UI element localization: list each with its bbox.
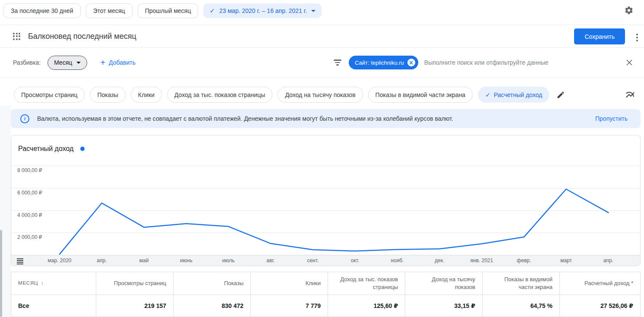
metric-tab-label: Расчетный доход [494, 91, 542, 98]
table-header-cell[interactable]: Доход на тысячу показов [405, 272, 483, 295]
x-axis-tick-label: нояб. [391, 255, 404, 266]
column-header-label: Просмотры страниц [114, 279, 166, 287]
plus-icon: + [100, 58, 105, 67]
sort-ascending-icon: ↑ [41, 279, 44, 287]
report-title-bar: Балконовед последний месяц Сохранить [0, 25, 644, 48]
custom-date-range-button[interactable]: ✓ 23 мар. 2020 г. – 16 апр. 2021 г. [203, 3, 322, 18]
search-input[interactable] [423, 59, 611, 66]
site-filter-chip[interactable]: Сайт: teplichniku.ru [349, 56, 418, 69]
table-cell: 7 779 [251, 295, 328, 316]
banner-text: Валюта, используемая в этом отчете, не с… [37, 115, 587, 122]
table-body: Все219 157830 4727 779125,60 ₽33,15 ₽64,… [11, 295, 641, 316]
x-axis-strip: мар. 2020апр.майиюньиюльавг.сент.окт.ноя… [11, 255, 640, 266]
y-axis-tick-label: 2 000,00 ₽ [17, 234, 42, 240]
table-header-cell[interactable]: Расчетный доход * [560, 272, 641, 295]
range-button-last-month[interactable]: Прошлый месяц [138, 3, 199, 18]
x-axis-tick-label: февр. [517, 255, 531, 266]
column-header-label: Клики [306, 279, 321, 287]
metric-tab[interactable]: Показы в видимой части экрана [368, 87, 473, 103]
apps-grid-icon[interactable] [13, 33, 20, 40]
metric-tab-label: Доход на тысячу показов [285, 91, 355, 98]
edit-metrics-icon[interactable] [556, 91, 565, 99]
info-icon: i [20, 114, 29, 123]
x-axis-tick-label: окт. [351, 255, 360, 266]
table-cell: Все [11, 295, 96, 316]
x-axis-tick-label: июнь [180, 255, 193, 266]
save-button[interactable]: Сохранить [574, 28, 625, 44]
column-header-label: Доход за тыс. показов страницы [335, 276, 398, 291]
scrollbar[interactable] [0, 230, 2, 317]
metric-tab[interactable]: Показы [90, 87, 125, 103]
table-cell: 64,75 % [483, 295, 560, 316]
table-cell: 27 526,06 ₽ [560, 295, 641, 316]
range-button-this-month[interactable]: Этот месяц [86, 3, 133, 18]
table-header-cell[interactable]: Показы [174, 272, 251, 295]
more-options-icon[interactable] [635, 33, 639, 42]
check-icon: ✓ [209, 7, 215, 15]
filter-search-area: Сайт: teplichniku.ru [333, 48, 644, 77]
site-filter-chip-label: Сайт: teplichniku.ru [355, 60, 404, 66]
close-icon[interactable] [626, 59, 633, 66]
column-header-label: Доход на тысячу показов [412, 276, 475, 291]
add-breakdown-label: Добавить [109, 59, 136, 66]
metric-tab[interactable]: Клики [131, 87, 162, 103]
x-axis-tick-label: янв. 2021 [470, 255, 493, 266]
dismiss-banner-button[interactable]: Пропустить [595, 115, 628, 122]
table-cell: 125,60 ₽ [328, 295, 405, 316]
metric-tab-label: Клики [138, 91, 155, 98]
legend-dot-icon [80, 147, 85, 151]
metric-tab[interactable]: Доход за тыс. показов страницы [167, 87, 272, 103]
metric-tab-label: Просмотры страниц [21, 91, 77, 98]
y-axis-tick-label: 8 000,00 ₽ [17, 167, 42, 173]
x-axis-tick-label: апр. [97, 255, 107, 266]
table-header-cell[interactable]: Месяц↑ [11, 272, 96, 295]
report-title: Балконовед последний месяц [28, 32, 136, 41]
metric-tab[interactable]: Просмотры страниц [14, 87, 85, 103]
column-header-label: Показы в видимой части экрана [489, 276, 552, 291]
x-axis-tick-label: май [139, 255, 149, 266]
breakdown-dropdown[interactable]: Месяц [47, 56, 87, 70]
chevron-down-icon [76, 62, 81, 64]
table-cell: 33,15 ₽ [405, 295, 483, 316]
filter-icon [333, 60, 342, 66]
column-header-label: Показы [224, 279, 243, 287]
x-axis-tick-label: дек. [435, 255, 444, 266]
table-header-cell[interactable]: Клики [251, 272, 328, 295]
metric-tab-label: Доход за тыс. показов страницы [174, 91, 265, 98]
multiline-chart-icon[interactable] [625, 90, 635, 100]
chart-card: Расчетный доход 8 000,00 ₽6 000,00 ₽4 00… [11, 135, 641, 266]
breakdown-label: Разбивка: [13, 59, 41, 66]
add-breakdown-button[interactable]: + Добавить [100, 58, 136, 67]
check-icon: ✓ [485, 91, 490, 98]
table-header-row: Месяц↑Просмотры страницПоказыКликиДоход … [11, 272, 641, 295]
metric-tabs: Просмотры страницПоказыКликиДоход за тыс… [14, 87, 549, 103]
breakdown-dropdown-value: Месяц [54, 59, 72, 66]
range-button-last-30-days[interactable]: За последние 30 дней [3, 3, 81, 18]
chart-header: Расчетный доход [18, 145, 85, 153]
chevron-down-icon [311, 10, 316, 12]
revenue-line-chart[interactable] [11, 135, 640, 255]
metric-tabs-row: Просмотры страницПоказыКликиДоход за тыс… [0, 80, 644, 109]
table-rows-icon[interactable] [17, 258, 23, 264]
x-axis-tick-label: мар. 2020 [48, 255, 72, 266]
table-header-cell[interactable]: Показы в видимой части экрана [483, 272, 560, 295]
column-header-label: Месяц [18, 280, 38, 287]
metric-tab-label: Показы [97, 91, 118, 98]
metric-tab[interactable]: ✓Расчетный доход [478, 87, 549, 103]
table-header-cell[interactable]: Доход за тыс. показов страницы [328, 272, 405, 295]
table-header-cell[interactable]: Просмотры страниц [96, 272, 174, 295]
table-row: Все219 157830 4727 779125,60 ₽33,15 ₽64,… [11, 295, 641, 316]
y-axis-tick-label: 6 000,00 ₽ [17, 190, 42, 196]
x-axis-tick-label: сент. [307, 255, 319, 266]
table-cell: 219 157 [96, 295, 174, 316]
x-axis-tick-label: авг. [266, 255, 275, 266]
metric-tab[interactable]: Доход на тысячу показов [278, 87, 363, 103]
metric-tab-label: Показы в видимой части экрана [376, 91, 466, 98]
x-axis-tick-label: апр. [603, 255, 613, 266]
currency-warning-banner: i Валюта, используемая в этом отчете, не… [11, 109, 641, 128]
report-table: Месяц↑Просмотры страницПоказыКликиДоход … [11, 272, 641, 317]
remove-filter-icon[interactable] [407, 59, 415, 66]
gear-icon[interactable] [624, 6, 634, 15]
table-cell: 830 472 [174, 295, 251, 316]
x-axis-tick-label: июль [222, 255, 235, 266]
